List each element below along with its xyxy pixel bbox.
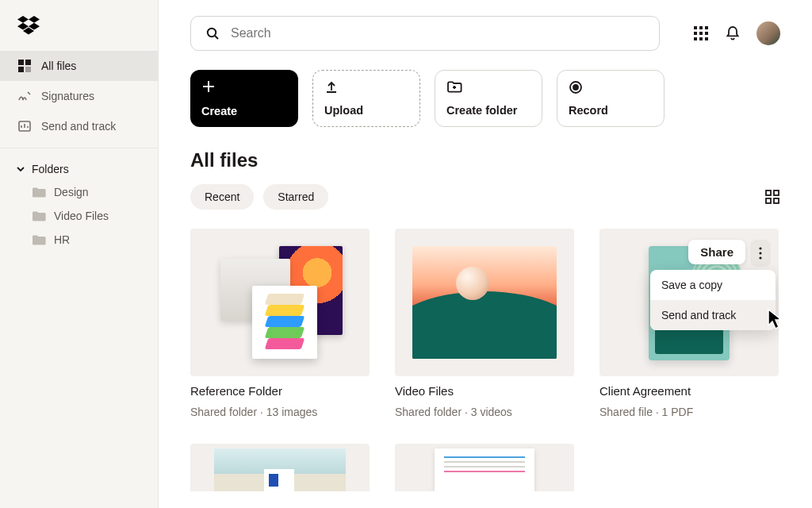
action-label: Create folder	[446, 104, 530, 117]
card-partial-2[interactable]	[395, 444, 574, 491]
menu-item-save-copy[interactable]: Save a copy	[650, 270, 776, 300]
sidebar-item-signatures[interactable]: Signatures	[0, 81, 158, 111]
folder-item-design[interactable]: Design	[0, 180, 158, 204]
svg-marker-0	[17, 16, 29, 23]
folder-item-hr[interactable]: HR	[0, 228, 158, 252]
sidebar-item-all-files[interactable]: All files	[0, 51, 158, 81]
svg-rect-22	[766, 190, 771, 195]
svg-rect-25	[774, 198, 779, 203]
svg-rect-8	[25, 67, 31, 72]
filter-recent[interactable]: Recent	[190, 184, 254, 210]
card-title: Reference Folder	[190, 384, 370, 398]
files-icon	[17, 59, 32, 73]
folder-plus-icon	[446, 80, 530, 94]
folder-label: Video Files	[54, 210, 109, 222]
folder-label: Design	[54, 186, 89, 198]
svg-point-27	[759, 252, 761, 254]
svg-point-10	[208, 29, 216, 37]
card-subtitle: Shared file · 1 PDF	[599, 406, 779, 418]
card-title: Client Agreement	[599, 384, 779, 398]
plus-icon	[201, 79, 287, 94]
avatar[interactable]	[756, 21, 780, 45]
topbar	[159, 0, 812, 51]
signature-icon	[17, 89, 32, 103]
sidebar-item-send-track[interactable]: Send and track	[0, 111, 158, 141]
svg-marker-1	[29, 16, 40, 23]
svg-rect-11	[694, 26, 697, 29]
card-reference-folder[interactable]: Reference Folder Shared folder · 13 imag…	[190, 229, 370, 418]
upload-icon	[324, 80, 408, 94]
card-partial-1[interactable]	[190, 444, 370, 491]
divider	[0, 148, 158, 148]
folder-icon	[32, 234, 46, 246]
svg-rect-7	[18, 67, 24, 72]
main: Create Upload Create folder Record All f…	[159, 0, 812, 508]
action-label: Record	[569, 104, 653, 117]
folder-icon	[32, 210, 46, 222]
kebab-icon	[759, 247, 762, 260]
thumbnail	[395, 444, 574, 491]
more-button[interactable]	[750, 240, 771, 267]
card-subtitle: Shared folder · 3 videos	[395, 406, 574, 418]
bell-icon[interactable]	[725, 25, 741, 41]
sidebar-item-label: Send and track	[41, 120, 116, 133]
action-bar: Create Upload Create folder Record	[159, 51, 812, 127]
action-label: Upload	[324, 104, 408, 117]
card-client-agreement[interactable]: Client Agreement Share Save a copy Send …	[599, 229, 779, 418]
sidebar: All files Signatures Send and track Fold…	[0, 0, 159, 508]
card-title: Video Files	[395, 384, 574, 398]
thumbnail	[395, 229, 574, 376]
grid: Reference Folder Shared folder · 13 imag…	[159, 210, 812, 491]
svg-point-26	[759, 247, 761, 249]
svg-rect-16	[705, 32, 708, 35]
sidebar-item-label: All files	[41, 60, 76, 72]
grid-view-icon[interactable]	[764, 189, 780, 205]
svg-rect-12	[699, 26, 703, 29]
apps-icon[interactable]	[693, 25, 709, 41]
thumbnail: Client Agreement Share Save a copy Send …	[599, 229, 779, 376]
sidebar-item-label: Signatures	[41, 90, 94, 102]
folder-label: HR	[54, 233, 70, 246]
create-folder-button[interactable]: Create folder	[435, 70, 542, 127]
logo[interactable]	[0, 0, 158, 51]
svg-rect-5	[18, 60, 24, 65]
svg-rect-13	[705, 26, 708, 29]
record-button[interactable]: Record	[557, 70, 665, 127]
send-track-icon	[17, 119, 32, 133]
svg-rect-23	[774, 190, 779, 195]
card-subtitle: Shared folder · 13 images	[190, 406, 370, 418]
page-title: All files	[159, 127, 812, 171]
folders-header[interactable]: Folders	[0, 163, 158, 180]
search-input[interactable]	[231, 26, 645, 40]
thumbnail	[190, 444, 370, 491]
card-video-files[interactable]: Video Files Shared folder · 3 videos	[395, 229, 574, 418]
folders-header-label: Folders	[32, 163, 69, 175]
svg-rect-19	[705, 37, 708, 40]
svg-rect-15	[699, 32, 703, 35]
svg-rect-6	[25, 60, 31, 65]
folder-list: Design Video Files HR	[0, 180, 158, 252]
context-menu: Save a copy Send and track	[650, 270, 776, 330]
share-button[interactable]: Share	[688, 240, 745, 264]
filter-bar: Recent Starred	[159, 171, 812, 210]
sidebar-nav: All files Signatures Send and track	[0, 51, 158, 141]
search-icon	[205, 26, 220, 40]
create-button[interactable]: Create	[190, 70, 298, 127]
chevron-down-icon	[16, 164, 25, 174]
record-icon	[569, 80, 653, 94]
thumbnail	[190, 229, 370, 376]
svg-rect-18	[699, 37, 703, 40]
action-label: Create	[201, 105, 287, 117]
svg-rect-17	[694, 37, 697, 40]
menu-item-send-track[interactable]: Send and track	[650, 300, 776, 330]
svg-point-21	[573, 85, 578, 90]
search-box[interactable]	[190, 16, 660, 51]
upload-button[interactable]: Upload	[312, 70, 420, 127]
filter-starred[interactable]: Starred	[263, 184, 328, 210]
svg-point-28	[759, 256, 761, 259]
folder-icon	[32, 187, 46, 198]
cursor-icon	[766, 308, 779, 330]
svg-rect-24	[766, 198, 771, 203]
svg-rect-14	[694, 32, 697, 35]
folder-item-video[interactable]: Video Files	[0, 204, 158, 228]
